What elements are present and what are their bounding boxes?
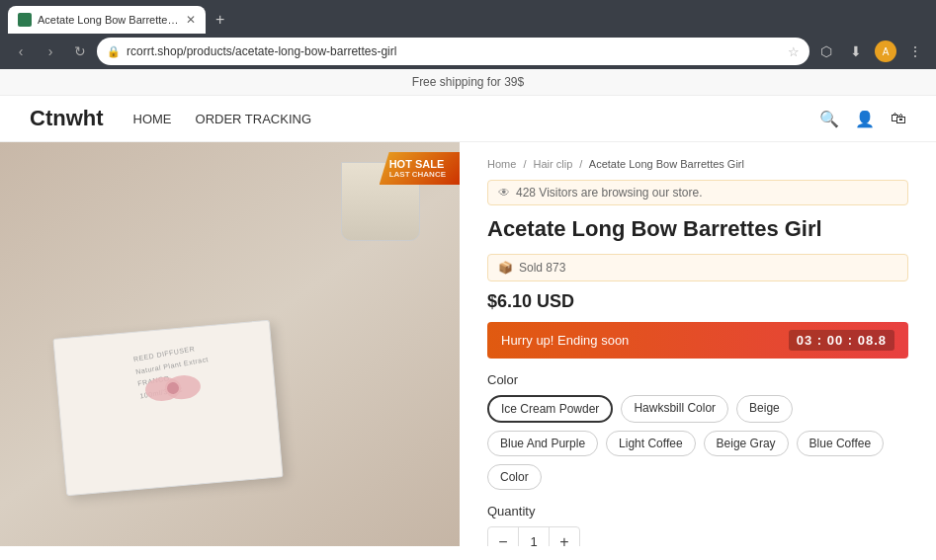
extensions-button[interactable]: ⬡ xyxy=(813,39,839,64)
breadcrumb-category[interactable]: Hair clip xyxy=(534,158,573,170)
product-image-column: REED DIFFUSER Natural Plant Extract FRAN… xyxy=(0,142,460,546)
color-chip-color[interactable]: Color xyxy=(487,464,542,490)
active-tab[interactable]: Acetate Long Bow Barrettes G... ✕ xyxy=(8,6,206,34)
product-price: $6.10 USD xyxy=(487,291,908,312)
menu-button[interactable]: ⋮ xyxy=(902,39,928,64)
bow-decoration xyxy=(141,365,204,410)
hot-sale-badge: HOT SALE LAST CHANCE xyxy=(380,152,460,185)
forward-button[interactable]: › xyxy=(38,39,63,64)
color-chip-beige-gray[interactable]: Beige Gray xyxy=(704,431,789,456)
color-options: Ice Cream Powder Hawksbill Color Beige B… xyxy=(487,395,908,490)
tab-bar: Acetate Long Bow Barrettes G... ✕ + xyxy=(0,0,936,34)
color-chip-blue-coffee[interactable]: Blue Coffee xyxy=(797,431,885,456)
page-wrapper: Free shipping for 39$ Ctnwht HOME Order … xyxy=(0,69,936,560)
countdown-label: Hurry up! Ending soon xyxy=(501,333,629,348)
quantity-decrease-button[interactable]: − xyxy=(488,527,518,546)
site-nav: HOME Order Tracking xyxy=(133,112,312,126)
breadcrumb: Home / Hair clip / Acetate Long Bow Barr… xyxy=(487,158,908,170)
header-icons: 🔍 👤 🛍 xyxy=(819,110,906,128)
breadcrumb-current: Acetate Long Bow Barrettes Girl xyxy=(589,158,744,170)
account-icon[interactable]: 👤 xyxy=(855,110,875,128)
back-button[interactable]: ‹ xyxy=(8,39,34,64)
url-input[interactable] xyxy=(127,44,782,58)
product-image: REED DIFFUSER Natural Plant Extract FRAN… xyxy=(0,142,460,546)
bookmark-icon[interactable]: ☆ xyxy=(788,44,800,59)
quantity-value: 1 xyxy=(518,527,550,546)
profile-button[interactable]: A xyxy=(873,39,898,64)
visitor-text: 428 Visitors are browsing our store. xyxy=(516,186,703,200)
tab-favicon xyxy=(18,13,32,27)
quantity-label: Quantity xyxy=(487,504,908,519)
search-icon[interactable]: 🔍 xyxy=(819,110,839,128)
hot-sale-line1: HOT SALE xyxy=(389,158,445,170)
visitor-badge: 👁 428 Visitors are browsing our store. xyxy=(487,180,908,205)
banner-text: Free shipping for 39$ xyxy=(412,75,524,89)
browser-toolbar: ‹ › ↻ 🔒 ☆ ⬡ ⬇ A ⋮ xyxy=(0,34,936,69)
browser-avatar: A xyxy=(875,40,896,62)
countdown-bar: Hurry up! Ending soon 03 : 00 : 08.8 xyxy=(487,322,908,359)
new-tab-button[interactable]: + xyxy=(210,11,230,29)
quantity-increase-button[interactable]: + xyxy=(550,527,579,546)
lock-icon: 🔒 xyxy=(107,45,121,58)
quantity-section: Quantity − 1 + xyxy=(487,504,908,546)
color-label: Color xyxy=(487,372,908,387)
site-header: Ctnwht HOME Order Tracking 🔍 👤 🛍 xyxy=(0,96,936,142)
sold-text: Sold 873 xyxy=(519,261,565,275)
reload-button[interactable]: ↻ xyxy=(67,39,93,64)
eye-icon: 👁 xyxy=(498,186,510,200)
breadcrumb-sep1: / xyxy=(523,158,526,170)
browser-chrome: Acetate Long Bow Barrettes G... ✕ + ‹ › … xyxy=(0,0,936,69)
package-icon: 📦 xyxy=(498,261,513,275)
download-button[interactable]: ⬇ xyxy=(843,39,869,64)
color-chip-blue-purple[interactable]: Blue And Purple xyxy=(487,431,598,456)
color-section: Color Ice Cream Powder Hawksbill Color B… xyxy=(487,372,908,490)
browser-action-buttons: ⬡ ⬇ A ⋮ xyxy=(813,39,928,64)
color-chip-beige[interactable]: Beige xyxy=(736,395,793,423)
product-details-column: Home / Hair clip / Acetate Long Bow Barr… xyxy=(460,142,936,546)
breadcrumb-home[interactable]: Home xyxy=(487,158,516,170)
tab-title: Acetate Long Bow Barrettes G... xyxy=(38,14,180,26)
address-bar[interactable]: 🔒 ☆ xyxy=(97,38,809,65)
breadcrumb-sep2: / xyxy=(579,158,582,170)
quantity-control: − 1 + xyxy=(487,526,580,546)
hot-sale-line2: LAST CHANCE xyxy=(389,170,446,179)
color-chip-light-coffee[interactable]: Light Coffee xyxy=(606,431,696,456)
nav-home[interactable]: HOME xyxy=(133,112,172,126)
color-chip-ice-cream-powder[interactable]: Ice Cream Powder xyxy=(487,395,613,423)
site-logo[interactable]: Ctnwht xyxy=(30,106,104,131)
nav-order-tracking[interactable]: Order Tracking xyxy=(196,112,312,126)
color-chip-hawksbill[interactable]: Hawksbill Color xyxy=(621,395,728,423)
main-content: REED DIFFUSER Natural Plant Extract FRAN… xyxy=(0,142,936,546)
tab-close-button[interactable]: ✕ xyxy=(186,13,196,27)
product-title: Acetate Long Bow Barrettes Girl xyxy=(487,215,908,244)
sold-badge: 📦 Sold 873 xyxy=(487,254,908,281)
cart-icon[interactable]: 🛍 xyxy=(891,110,906,127)
countdown-timer: 03 : 00 : 08.8 xyxy=(789,330,894,351)
free-shipping-banner: Free shipping for 39$ xyxy=(0,69,936,96)
